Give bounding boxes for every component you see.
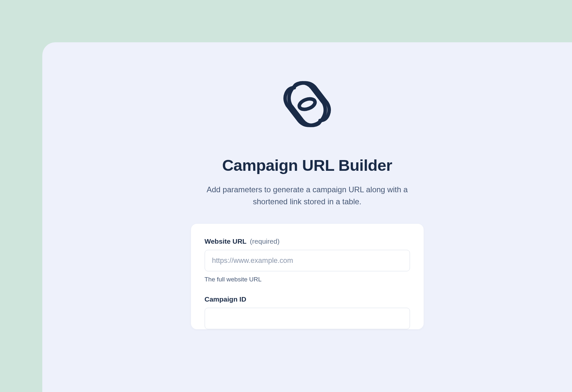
- campaign-id-group: Campaign ID: [205, 295, 410, 329]
- website-url-label-row: Website URL (required): [205, 237, 410, 245]
- website-url-help: The full website URL: [205, 276, 410, 283]
- svg-point-0: [298, 97, 316, 111]
- website-url-group: Website URL (required) The full website …: [205, 237, 410, 283]
- website-url-input[interactable]: [205, 250, 410, 271]
- form-card: Website URL (required) The full website …: [191, 224, 424, 329]
- logo-container: [190, 75, 424, 133]
- content-container: Campaign URL Builder Add parameters to g…: [190, 75, 424, 329]
- knot-logo-icon: [278, 75, 336, 133]
- main-panel: Campaign URL Builder Add parameters to g…: [42, 42, 572, 392]
- campaign-id-input[interactable]: [205, 308, 410, 329]
- page-subtitle: Add parameters to generate a campaign UR…: [197, 183, 418, 208]
- website-url-required-suffix: (required): [250, 237, 279, 245]
- website-url-label: Website URL: [205, 237, 247, 245]
- page-title: Campaign URL Builder: [190, 156, 424, 174]
- campaign-id-label: Campaign ID: [205, 295, 246, 303]
- campaign-id-label-row: Campaign ID: [205, 295, 410, 303]
